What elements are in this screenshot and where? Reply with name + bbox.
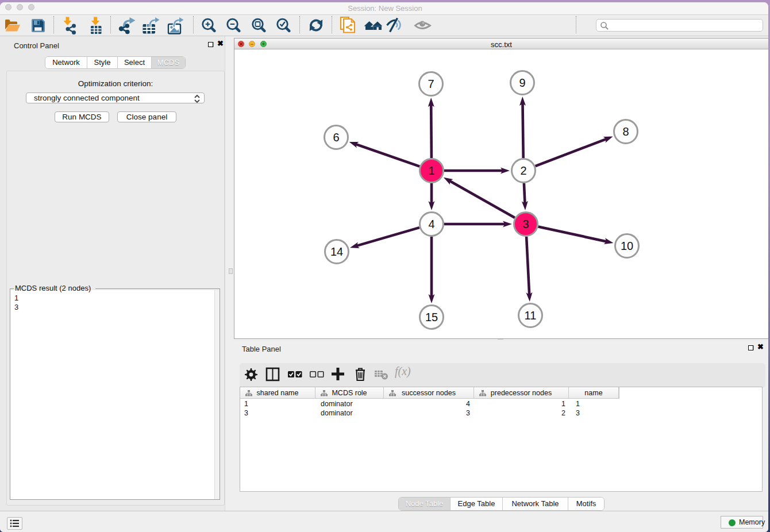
- svg-text:10: 10: [621, 240, 633, 252]
- svg-text:4: 4: [428, 218, 434, 230]
- svg-text:6: 6: [333, 131, 339, 144]
- svg-text:8: 8: [622, 125, 629, 138]
- svg-text:3: 3: [522, 218, 529, 230]
- svg-text:1: 1: [428, 164, 434, 177]
- svg-text:11: 11: [525, 309, 537, 322]
- svg-text:15: 15: [425, 311, 438, 323]
- svg-text:7: 7: [428, 78, 434, 90]
- svg-text:2: 2: [520, 164, 526, 177]
- svg-text:14: 14: [330, 245, 343, 258]
- svg-text:9: 9: [519, 76, 525, 89]
